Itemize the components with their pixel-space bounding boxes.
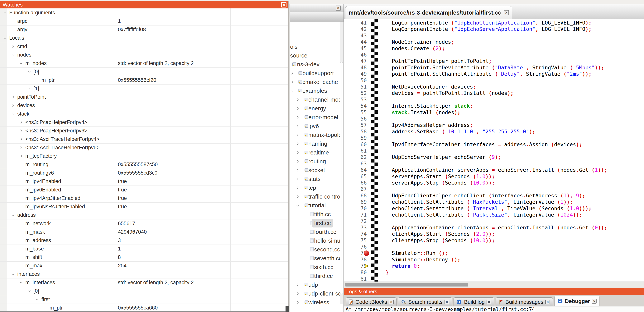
code-line[interactable]: 59 xyxy=(344,135,644,141)
code-line[interactable]: 55 stack.Install (nodes); xyxy=(344,109,644,116)
tree-item-second-cc[interactable]: second.cc xyxy=(290,245,340,254)
chevron-down-icon[interactable] xyxy=(11,53,15,57)
logs-tab-search-results[interactable]: Search results× xyxy=(398,298,452,306)
chevron-right-icon[interactable] xyxy=(296,195,300,198)
chevron-right-icon[interactable] xyxy=(296,177,300,181)
code-line[interactable]: 52 devices = pointToPoint.Install (nodes… xyxy=(344,90,644,96)
code-line[interactable]: 65 serverApps.Start (Seconds (1.0)); xyxy=(344,173,644,180)
code-line[interactable]: 63 xyxy=(344,160,644,167)
chevron-right-icon[interactable] xyxy=(19,154,23,158)
tree-item-wireless[interactable]: wireless xyxy=(290,298,340,307)
code-line[interactable]: 57 Ipv4AddressHelper address; xyxy=(344,122,644,128)
logs-tab-debugger[interactable]: Debugger× xyxy=(554,296,600,306)
line-number[interactable]: 80 xyxy=(344,269,367,276)
code-line[interactable]: 41 LogComponentEnable ("UdpEchoClientApp… xyxy=(344,19,644,26)
line-number[interactable]: 48 xyxy=(344,64,367,71)
code-line[interactable]: 58 address.SetBase ("10.1.1.0", "255.255… xyxy=(344,128,644,135)
watch-row[interactable]: [0] xyxy=(0,287,288,295)
code-area[interactable]: 41 LogComponentEnable ("UdpEchoClientApp… xyxy=(344,19,644,282)
tree-item-seventh-cc[interactable]: seventh.cc xyxy=(290,254,340,263)
watches-title-bar[interactable]: Watches × xyxy=(0,1,288,8)
tree-scrollbar-thumb[interactable] xyxy=(340,62,343,294)
chevron-right-icon[interactable] xyxy=(296,124,300,128)
line-number[interactable]: 57 xyxy=(344,122,367,128)
watch-row[interactable]: m_tcpFactory xyxy=(0,152,288,160)
tree-item-error-model[interactable]: error-model xyxy=(290,113,340,122)
line-number[interactable]: 63 xyxy=(344,160,367,167)
line-number[interactable]: 72 xyxy=(344,218,367,224)
chevron-right-icon[interactable] xyxy=(19,137,23,141)
editor-hscrollbar-thumb[interactable] xyxy=(345,283,468,287)
watch-row[interactable]: m_max254 xyxy=(0,261,288,270)
line-number[interactable]: 54 xyxy=(344,103,367,109)
line-number[interactable]: 74 xyxy=(344,231,367,237)
chevron-right-icon[interactable] xyxy=(296,159,300,163)
chevron-right-icon[interactable] xyxy=(296,151,300,155)
line-number[interactable]: 66 xyxy=(344,179,367,186)
line-number[interactable]: 71 xyxy=(344,212,367,218)
tree-item-fourth-cc[interactable]: fourth.cc xyxy=(290,227,340,236)
tree-item-socket[interactable]: socket xyxy=(290,166,340,174)
tree-item-source[interactable]: source xyxy=(290,51,340,60)
close-icon[interactable]: × xyxy=(486,300,491,304)
chevron-right-icon[interactable] xyxy=(27,87,31,90)
line-number[interactable]: 41 xyxy=(344,19,367,26)
chevron-down-icon[interactable] xyxy=(19,281,23,284)
chevron-down-icon[interactable] xyxy=(290,89,294,93)
line-number[interactable]: 50 xyxy=(344,77,367,84)
watch-row[interactable]: m_ipv4ArpJitterEnabledtrue xyxy=(0,194,288,203)
watch-row[interactable]: m_mask4294967040 xyxy=(0,228,288,236)
watch-row[interactable]: m_ipv4Enabledtrue xyxy=(0,177,288,186)
tree-item-ipv6[interactable]: ipv6 xyxy=(290,122,340,131)
code-line[interactable]: 46 xyxy=(344,52,644,58)
code-line[interactable]: 54 InternetStackHelper stack; xyxy=(344,103,644,109)
tree-item-fifth-cc[interactable]: fifth.cc xyxy=(290,210,340,219)
line-number[interactable]: 78 xyxy=(344,256,367,263)
code-line[interactable]: 42 LogComponentEnable ("UdpEchoServerApp… xyxy=(344,26,644,32)
watch-row[interactable]: Locals xyxy=(0,34,288,42)
code-line[interactable]: 44 NodeContainer nodes; xyxy=(344,39,644,45)
chevron-down-icon[interactable] xyxy=(27,289,31,293)
line-number[interactable]: 79 xyxy=(344,263,367,269)
code-line[interactable]: 43 xyxy=(344,32,644,39)
code-line[interactable]: 51 NetDeviceContainer devices; xyxy=(344,84,644,90)
code-line[interactable]: 78 Simulator::Destroy (); xyxy=(344,256,644,263)
tree-item-tcp[interactable]: tcp xyxy=(290,183,340,192)
code-line[interactable]: 62 UdpEchoServerHelper echoServer (9); xyxy=(344,154,644,160)
chevron-down-icon[interactable] xyxy=(3,11,7,14)
code-line[interactable]: 60 Ipv4InterfaceContainer interfaces = a… xyxy=(344,141,644,148)
code-line[interactable]: 80} xyxy=(344,269,644,276)
chevron-right-icon[interactable] xyxy=(296,115,300,119)
line-number[interactable]: 59 xyxy=(344,135,367,141)
tree-item-sixth-cc[interactable]: sixth.cc xyxy=(290,263,340,272)
chevron-down-icon[interactable] xyxy=(19,61,23,65)
line-number[interactable]: 68 xyxy=(344,192,367,199)
chevron-down-icon[interactable] xyxy=(11,213,15,217)
code-line[interactable]: 48 pointToPoint.SetDeviceAttribute ("Dat… xyxy=(344,64,644,71)
chevron-right-icon[interactable] xyxy=(296,168,300,172)
line-number[interactable]: 46 xyxy=(344,52,367,58)
logs-tab-code-blocks[interactable]: Code::Blocks× xyxy=(346,298,396,306)
chevron-right-icon[interactable] xyxy=(296,133,300,137)
tree-item-ols[interactable]: ols xyxy=(290,42,340,51)
close-icon[interactable]: × xyxy=(336,5,341,10)
code-line[interactable]: 50 xyxy=(344,77,644,84)
tree-item-udp[interactable]: udp xyxy=(290,280,340,289)
line-number[interactable]: 75 xyxy=(344,237,367,244)
watch-row[interactable]: <ns3::PcapHelperForIpv4> xyxy=(0,118,288,127)
code-line[interactable]: 74 clientApps.Start (Seconds (2.0)); xyxy=(344,231,644,237)
tree-item-naming[interactable]: naming xyxy=(290,139,340,148)
watch-row[interactable]: address xyxy=(0,211,288,219)
chevron-right-icon[interactable] xyxy=(296,301,300,304)
chevron-right-icon[interactable] xyxy=(290,80,294,84)
line-number[interactable]: 51 xyxy=(344,84,367,90)
tree-item-buildsupport[interactable]: buildsupport xyxy=(290,69,340,78)
code-line[interactable]: 75 clientApps.Stop (Seconds (10.0)); xyxy=(344,237,644,244)
line-number[interactable]: 42 xyxy=(344,26,367,32)
code-line[interactable]: 47 PointToPointHelper pointToPoint; xyxy=(344,58,644,64)
watch-row[interactable]: <ns3::PcapHelperForIpv6> xyxy=(0,127,288,135)
line-number[interactable]: 60 xyxy=(344,141,367,148)
line-number[interactable]: 45 xyxy=(344,45,367,52)
close-icon[interactable]: × xyxy=(389,300,394,304)
tree-item-hello-simul[interactable]: hello-simul xyxy=(290,236,340,245)
